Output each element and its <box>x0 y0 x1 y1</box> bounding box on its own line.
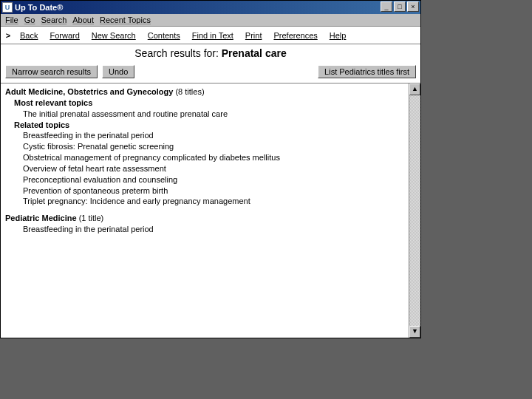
action-row: Narrow search results Undo List Pediatri… <box>1 64 420 83</box>
menu-about[interactable]: About <box>72 16 94 24</box>
help-button[interactable]: Help <box>324 30 352 41</box>
maximize-button[interactable]: □ <box>394 1 406 12</box>
topic-link[interactable]: Breastfeeding in the perinatal period <box>23 130 404 141</box>
app-window: U Up To Date® _ □ × File Go Search About… <box>0 0 421 338</box>
vertical-scrollbar[interactable]: ▲ ▼ <box>409 83 420 338</box>
group-header: Most relevant topics <box>14 98 404 109</box>
narrow-search-button[interactable]: Narrow search results <box>5 65 98 78</box>
section-count: (8 titles) <box>175 87 204 96</box>
search-label: Search results for: <box>134 47 222 59</box>
section-name: Pediatric Medicine <box>5 214 79 222</box>
nav-arrow-icon[interactable]: > <box>2 31 14 40</box>
menu-file[interactable]: File <box>5 16 18 24</box>
undo-button[interactable]: Undo <box>102 65 134 78</box>
topic-link[interactable]: Overview of fetal heart rate assessment <box>23 163 404 174</box>
contents-button[interactable]: Contents <box>142 30 186 41</box>
preferences-button[interactable]: Preferences <box>267 30 323 41</box>
scroll-down-icon[interactable]: ▼ <box>409 326 420 338</box>
topic-link[interactable]: Triplet pregnancy: Incidence and early p… <box>23 196 404 207</box>
app-icon: U <box>2 2 13 13</box>
menubar: File Go Search About Recent Topics <box>1 14 420 27</box>
toolbar: > Back Forward New Search Contents Find … <box>1 27 420 44</box>
section-name: Adult Medicine, Obstetrics and Gynecolog… <box>5 87 175 96</box>
topic-link[interactable]: Obstetrical management of pregnancy comp… <box>23 152 404 163</box>
topic-link[interactable]: Cystic fibrosis: Prenatal genetic screen… <box>23 141 404 152</box>
menu-recent-topics[interactable]: Recent Topics <box>100 16 151 24</box>
minimize-button[interactable]: _ <box>381 1 392 12</box>
search-results-header: Search results for: Prenatal care <box>1 44 420 64</box>
list-pediatrics-first-button[interactable]: List Pediatrics titles first <box>318 65 416 78</box>
window-title: Up To Date® <box>15 3 63 12</box>
window-controls: _ □ × <box>381 1 419 12</box>
section-title: Adult Medicine, Obstetrics and Gynecolog… <box>5 86 404 98</box>
results-content: Adult Medicine, Obstetrics and Gynecolog… <box>1 83 409 338</box>
topic-link[interactable]: Prevention of spontaneous preterm birth <box>23 185 404 197</box>
find-in-text-button[interactable]: Find in Text <box>186 30 239 41</box>
menu-search[interactable]: Search <box>41 16 66 24</box>
section-title: Pediatric Medicine (1 title) <box>5 213 404 224</box>
menu-go[interactable]: Go <box>24 16 35 24</box>
scroll-up-icon[interactable]: ▲ <box>409 83 420 95</box>
search-query: Prenatal care <box>222 47 287 59</box>
topic-link[interactable]: Preconceptional evaluation and counselin… <box>23 174 404 185</box>
back-button[interactable]: Back <box>14 30 44 41</box>
print-button[interactable]: Print <box>239 30 268 41</box>
topic-link[interactable]: The initial prenatal assessment and rout… <box>23 109 404 120</box>
group-header: Related topics <box>14 120 404 131</box>
section-count: (1 title) <box>79 214 104 222</box>
titlebar: U Up To Date® _ □ × <box>1 1 420 14</box>
content-wrap: Adult Medicine, Obstetrics and Gynecolog… <box>1 83 420 338</box>
close-button[interactable]: × <box>407 1 419 12</box>
new-search-button[interactable]: New Search <box>86 30 142 41</box>
topic-link[interactable]: Breastfeeding in the perinatal period <box>23 224 404 235</box>
forward-button[interactable]: Forward <box>44 30 85 41</box>
